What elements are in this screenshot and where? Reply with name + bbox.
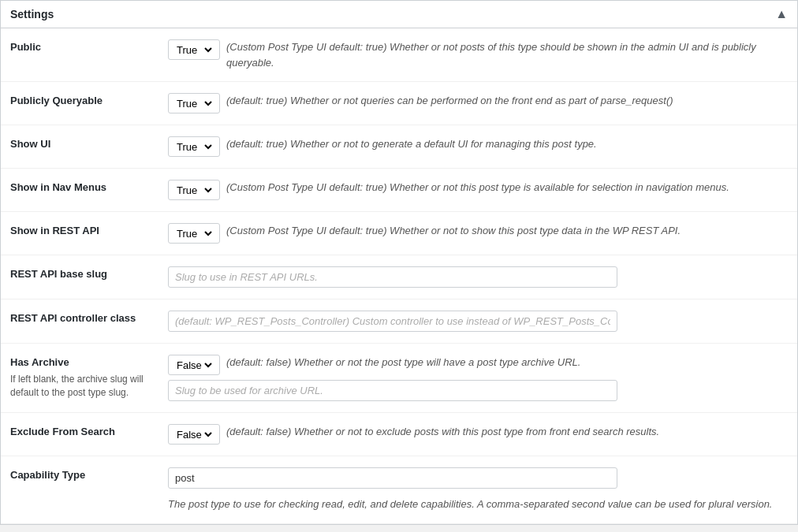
setting-control-public: TrueFalse(Custom Post Type UI default: t… [168,39,788,70]
setting-control-exclude_from_search: FalseTrue(default: false) Whether or not… [168,424,788,445]
setting-label-text-publicly_queryable: Publicly Queryable [10,95,103,106]
select-public[interactable]: TrueFalse [173,43,214,57]
setting-control-show_in_nav_menus: TrueFalse(Custom Post Type UI default: t… [168,180,788,200]
settings-panel: Settings ▲ PublicTrueFalse(Custom Post T… [0,0,798,525]
select-has_archive[interactable]: FalseTrue [173,359,214,372]
setting-row-rest_api_controller_class: REST API controller class [1,299,797,344]
setting-row-show_ui: Show UITrueFalse(default: true) Whether … [1,125,797,169]
setting-label-text-rest_api_base_slug: REST API base slug [10,268,107,280]
setting-row-publicly_queryable: Publicly QueryableTrueFalse(default: tru… [1,82,797,125]
setting-inline-exclude_from_search: FalseTrue(default: false) Whether or not… [168,424,788,445]
setting-control-capability_type: The post type to use for checking read, … [168,467,788,512]
select-wrapper-show_in_nav_menus[interactable]: TrueFalse [168,180,220,200]
settings-body: PublicTrueFalse(Custom Post Type UI defa… [1,28,797,524]
settings-toggle-icon[interactable]: ▲ [775,7,788,21]
setting-label-text-show_in_nav_menus: Show in Nav Menus [10,181,106,193]
setting-label-text-public: Public [10,41,41,53]
select-show_ui[interactable]: TrueFalse [173,140,214,154]
select-show_in_nav_menus[interactable]: TrueFalse [173,184,214,197]
select-wrapper-exclude_from_search[interactable]: FalseTrue [168,424,220,445]
setting-inline-publicly_queryable: TrueFalse(default: true) Whether or not … [168,93,788,113]
setting-row-has_archive: Has ArchiveIf left blank, the archive sl… [1,344,797,413]
select-wrapper-has_archive[interactable]: FalseTrue [168,355,220,375]
setting-inline-show_in_rest_api: TrueFalse(Custom Post Type UI default: t… [168,223,788,244]
setting-inline-show_in_nav_menus: TrueFalse(Custom Post Type UI default: t… [168,180,788,200]
settings-header: Settings ▲ [1,1,797,28]
setting-description-show_in_nav_menus: (Custom Post Type UI default: true) Whet… [226,180,788,195]
select-wrapper-public[interactable]: TrueFalse [168,39,220,60]
setting-label-exclude_from_search: Exclude From Search [10,424,168,437]
setting-description-show_in_rest_api: (Custom Post Type UI default: true) Whet… [226,223,788,239]
select-exclude_from_search[interactable]: FalseTrue [173,428,214,441]
setting-label-rest_api_controller_class: REST API controller class [10,311,168,324]
setting-label-text-capability_type: Capability Type [10,469,85,481]
setting-description-has_archive: (default: false) Whether or not the post… [226,355,788,370]
setting-row-rest_api_base_slug: REST API base slug [1,255,797,299]
setting-description-capability_type: The post type to use for checking read, … [168,497,788,512]
setting-label-text-exclude_from_search: Exclude From Search [10,426,115,437]
text-input-capability_type[interactable] [168,467,617,489]
setting-label-text-has_archive: Has Archive [10,356,69,368]
setting-control-show_in_rest_api: TrueFalse(Custom Post Type UI default: t… [168,223,788,244]
setting-label-text-show_ui: Show UI [10,138,50,150]
setting-description-show_ui: (default: true) Whether or not to genera… [226,136,788,152]
setting-control-rest_api_controller_class [168,311,788,332]
setting-label-text-rest_api_controller_class: REST API controller class [10,312,136,324]
setting-row-show_in_rest_api: Show in REST APITrueFalse(Custom Post Ty… [1,212,797,255]
select-wrapper-show_in_rest_api[interactable]: TrueFalse [168,223,220,244]
setting-control-has_archive: FalseTrue(default: false) Whether or not… [168,355,788,401]
settings-title: Settings [10,8,54,20]
setting-row-show_in_nav_menus: Show in Nav MenusTrueFalse(Custom Post T… [1,169,797,212]
setting-label-rest_api_base_slug: REST API base slug [10,266,168,280]
setting-control-publicly_queryable: TrueFalse(default: true) Whether or not … [168,93,788,113]
setting-label-publicly_queryable: Publicly Queryable [10,93,168,106]
setting-label-sub-has_archive: If left blank, the archive slug will def… [10,373,168,400]
setting-control-rest_api_base_slug [168,266,788,288]
text-input-rest_api_base_slug[interactable] [168,266,617,288]
setting-row-capability_type: Capability TypeThe post type to use for … [1,456,797,524]
archive-slug-input[interactable] [168,380,617,401]
setting-label-text-show_in_rest_api: Show in REST API [10,225,99,236]
setting-label-show_in_nav_menus: Show in Nav Menus [10,180,168,193]
setting-label-show_ui: Show UI [10,136,168,150]
setting-inline-show_ui: TrueFalse(default: true) Whether or not … [168,136,788,157]
setting-label-show_in_rest_api: Show in REST API [10,223,168,236]
setting-control-show_ui: TrueFalse(default: true) Whether or not … [168,136,788,157]
setting-inline-public: TrueFalse(Custom Post Type UI default: t… [168,39,788,70]
setting-row-public: PublicTrueFalse(Custom Post Type UI defa… [1,28,797,82]
setting-description-publicly_queryable: (default: true) Whether or not queries c… [226,93,788,109]
setting-description-exclude_from_search: (default: false) Whether or not to exclu… [226,424,788,440]
setting-label-public: Public [10,39,168,53]
select-publicly_queryable[interactable]: TrueFalse [173,97,214,110]
select-wrapper-show_ui[interactable]: TrueFalse [168,136,220,157]
text-input-rest_api_controller_class[interactable] [168,311,617,332]
setting-label-capability_type: Capability Type [10,467,168,481]
setting-inline-has_archive: FalseTrue(default: false) Whether or not… [168,355,788,375]
select-wrapper-publicly_queryable[interactable]: TrueFalse [168,93,220,113]
setting-description-public: (Custom Post Type UI default: true) Whet… [226,39,788,70]
setting-row-exclude_from_search: Exclude From SearchFalseTrue(default: fa… [1,413,797,456]
setting-label-has_archive: Has ArchiveIf left blank, the archive sl… [10,355,168,400]
select-show_in_rest_api[interactable]: TrueFalse [173,227,214,240]
